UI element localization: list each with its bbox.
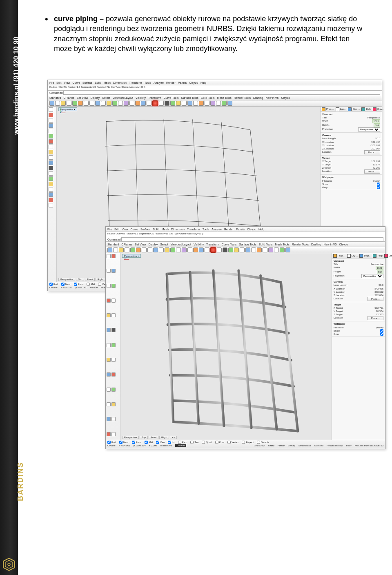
tool-icon[interactable] <box>49 176 53 181</box>
menu-item[interactable]: Tools <box>203 228 209 231</box>
tool-icon[interactable] <box>193 247 198 252</box>
menu-item[interactable]: Panels <box>236 228 245 231</box>
viewport-tab-button[interactable]: Perspective <box>122 436 139 439</box>
tool-icon[interactable] <box>234 247 239 252</box>
tool-icon[interactable] <box>107 372 111 377</box>
tool-icon[interactable] <box>107 388 111 392</box>
tool-icon[interactable] <box>49 171 53 176</box>
tool-icon[interactable] <box>111 402 116 406</box>
tool-icon[interactable] <box>251 247 256 252</box>
tool-icon[interactable] <box>49 166 53 170</box>
tool-icon[interactable] <box>49 145 53 149</box>
osnap-checkbox[interactable] <box>74 283 77 286</box>
tool-icon[interactable] <box>107 432 111 436</box>
tool-icon[interactable] <box>263 247 267 252</box>
viewport-tab-button[interactable]: Top <box>140 436 148 439</box>
tool-icon[interactable] <box>112 101 117 106</box>
status-toggle[interactable]: Gumball <box>314 444 323 447</box>
panel-tab[interactable]: Clay… <box>373 107 385 111</box>
menu-item[interactable]: Analyze <box>154 81 164 84</box>
viewport-tab-button[interactable]: +> <box>170 436 177 439</box>
menu-item[interactable]: Clayoo <box>189 81 198 84</box>
tool-icon[interactable] <box>199 247 204 252</box>
command-input[interactable] <box>121 237 383 241</box>
tool-icon[interactable] <box>159 247 164 252</box>
tool-icon[interactable] <box>187 247 192 252</box>
menu-item[interactable]: File <box>49 81 54 84</box>
tool-icon[interactable] <box>107 313 111 317</box>
tool-icon[interactable] <box>49 150 53 154</box>
menu-item[interactable]: Help <box>200 81 206 84</box>
tool-icon[interactable] <box>111 328 116 332</box>
tool-icon[interactable] <box>111 254 116 258</box>
menu-item[interactable]: Curve <box>130 228 138 231</box>
tool-icon[interactable] <box>285 247 290 252</box>
tool-icon[interactable] <box>49 129 53 133</box>
tool-icon[interactable] <box>111 343 116 347</box>
viewport[interactable]: Perspective ▾ <box>120 253 332 447</box>
tool-icon[interactable] <box>107 358 111 362</box>
show-checkbox[interactable] <box>377 183 380 186</box>
tool-icon[interactable] <box>49 187 53 192</box>
menu-item[interactable]: Help <box>258 228 264 231</box>
tool-icon[interactable] <box>111 299 116 303</box>
projection-select[interactable]: Perspective <box>361 274 383 278</box>
osnap-checkbox[interactable] <box>119 441 122 444</box>
tool-icon[interactable] <box>124 101 129 106</box>
tool-icon[interactable] <box>111 432 116 436</box>
osnap-checkbox[interactable] <box>242 441 245 444</box>
toolbar-tab[interactable]: Select <box>160 243 168 246</box>
tool-icon[interactable] <box>111 358 116 362</box>
toolbar-tab[interactable]: Set View <box>135 243 146 246</box>
tool-icon[interactable] <box>216 101 221 106</box>
tool-icon[interactable] <box>136 247 141 252</box>
panel-tab[interactable]: Disp… <box>359 254 371 258</box>
menu-item[interactable]: Curve <box>72 81 80 84</box>
tool-icon[interactable] <box>147 101 151 106</box>
status-toggle[interactable]: Filter <box>346 444 352 447</box>
panel-tab[interactable]: Prop… <box>322 107 334 111</box>
toolbar-tab[interactable]: Solid Tools <box>201 96 215 99</box>
tool-icon[interactable] <box>49 134 53 138</box>
toolbar-tab[interactable]: New in V5 <box>265 96 278 99</box>
toolbar-tab[interactable]: Set View <box>77 96 88 99</box>
tool-icon[interactable] <box>67 101 71 106</box>
tool-icon[interactable] <box>210 101 215 106</box>
menu-item[interactable]: Tools <box>145 81 151 84</box>
tool-icon[interactable] <box>95 101 100 106</box>
toolbar-tab[interactable]: Display <box>90 96 100 99</box>
menu-item[interactable]: View <box>122 228 128 231</box>
tool-icon[interactable] <box>113 247 118 252</box>
viewport-tab-button[interactable]: Front <box>85 278 95 281</box>
tool-icon[interactable] <box>205 247 209 252</box>
tool-icon[interactable] <box>222 101 227 106</box>
toolbar-tab[interactable]: CPlanes <box>63 96 74 99</box>
tool-icon[interactable] <box>125 247 129 252</box>
osnap-checkbox[interactable] <box>227 441 231 444</box>
tool-icon[interactable] <box>170 101 175 106</box>
tool-icon[interactable] <box>107 247 112 252</box>
tool-icon[interactable] <box>61 101 66 106</box>
osnap-checkbox[interactable] <box>87 283 90 286</box>
tool-icon[interactable] <box>89 101 94 106</box>
viewport-tab-button[interactable]: Front <box>149 436 158 439</box>
place-button[interactable]: Place… <box>364 169 380 174</box>
tool-icon[interactable] <box>111 284 116 288</box>
tool-icon[interactable] <box>49 203 53 207</box>
tool-icon[interactable] <box>101 101 106 106</box>
osnap-checkbox[interactable] <box>202 441 205 444</box>
menu-item[interactable]: Panels <box>178 81 187 84</box>
tool-icon[interactable] <box>49 139 53 144</box>
menu-item[interactable]: Transform <box>129 81 142 84</box>
command-input[interactable] <box>63 91 380 95</box>
menu-item[interactable]: Transform <box>187 228 200 231</box>
menu-item[interactable]: Dimension <box>171 228 185 231</box>
panel-tab[interactable]: Prop… <box>333 254 345 258</box>
tool-icon[interactable] <box>72 101 77 106</box>
tool-icon[interactable] <box>111 269 116 273</box>
menu-item[interactable]: Surface <box>140 228 150 231</box>
tool-icon[interactable] <box>111 417 116 421</box>
tool-icon[interactable] <box>257 247 262 252</box>
toolbar-tab[interactable]: New in V5 <box>323 243 336 246</box>
osnap-checkbox[interactable] <box>61 283 65 286</box>
